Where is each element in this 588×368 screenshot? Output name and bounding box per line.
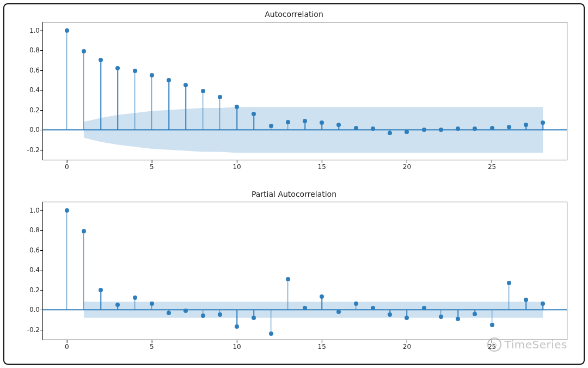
- stem-marker: [388, 312, 392, 317]
- pacf-title: Partial Autocorrelation: [15, 190, 573, 200]
- stem-marker: [218, 95, 222, 99]
- stem-marker: [303, 306, 307, 310]
- stem-marker: [524, 123, 528, 127]
- y-tick-label: 0.4: [18, 86, 40, 94]
- acf-stems: [43, 22, 567, 160]
- x-tick-label: 0: [65, 163, 69, 171]
- stem: [100, 60, 101, 130]
- stem-marker: [388, 131, 392, 135]
- x-tick-label: 5: [150, 163, 154, 171]
- stem: [203, 91, 204, 130]
- stem-marker: [490, 323, 494, 327]
- figure-area: Autocorrelation -0.20.00.20.40.60.81.005…: [15, 10, 573, 358]
- x-tick-label: 10: [232, 343, 241, 351]
- stem-marker: [167, 311, 171, 315]
- pacf-stems: [43, 202, 567, 340]
- stem-marker: [99, 288, 103, 292]
- x-tick-label: 15: [318, 343, 326, 351]
- acf-title: Autocorrelation: [15, 10, 573, 20]
- stem: [236, 107, 237, 130]
- y-tick-label: 0.2: [18, 106, 40, 114]
- stem-marker: [252, 112, 256, 116]
- y-tick-label: -0.2: [18, 146, 40, 154]
- stem-marker: [150, 301, 154, 306]
- stem-marker: [336, 123, 341, 127]
- y-tick-label: 0.2: [18, 286, 40, 294]
- stem-marker: [235, 324, 239, 329]
- watermark-text: TimeSeries: [505, 338, 567, 351]
- stem-marker: [65, 208, 69, 213]
- x-tick-label: 15: [318, 163, 326, 171]
- x-tick-label: 5: [150, 343, 154, 351]
- stem: [271, 310, 272, 334]
- stem-marker: [235, 105, 239, 109]
- stem-marker: [320, 294, 324, 299]
- stem-marker: [269, 331, 273, 336]
- stem-marker: [456, 126, 460, 131]
- stem-marker: [82, 229, 86, 233]
- y-tick-label: -0.2: [18, 326, 40, 334]
- stem: [151, 75, 152, 130]
- stem-marker: [218, 312, 222, 317]
- stem-marker: [405, 316, 409, 320]
- y-tick-label: 0.0: [18, 306, 40, 313]
- x-tick-label: 10: [232, 163, 241, 171]
- stem-marker: [507, 281, 511, 285]
- stem: [168, 80, 169, 130]
- x-tick-label: 20: [403, 343, 411, 351]
- stem-marker: [183, 83, 188, 87]
- acf-subplot: Autocorrelation -0.20.00.20.40.60.81.005…: [15, 10, 573, 173]
- stem: [134, 71, 136, 130]
- stem-marker: [456, 317, 460, 321]
- stem: [83, 51, 84, 130]
- stem: [66, 210, 68, 310]
- y-tick-label: 0.0: [18, 126, 40, 134]
- stem-marker: [473, 126, 477, 131]
- stem-marker: [473, 312, 477, 316]
- stem-marker: [150, 73, 154, 77]
- y-tick-label: 0.6: [18, 67, 40, 74]
- x-tick-label: 20: [403, 163, 411, 171]
- stem-marker: [183, 309, 188, 313]
- y-tick-label: 0.6: [18, 246, 40, 254]
- stem-marker: [286, 277, 290, 281]
- stem-marker: [507, 125, 511, 129]
- stem: [287, 279, 289, 310]
- stem-marker: [354, 301, 358, 306]
- y-tick-label: 1.0: [18, 207, 40, 214]
- stem-marker: [439, 128, 443, 132]
- stem-marker: [201, 313, 205, 318]
- stem: [66, 31, 68, 130]
- stem-marker: [167, 78, 171, 82]
- watermark: ◎ TimeSeries: [487, 337, 567, 352]
- stem-marker: [65, 28, 69, 33]
- stem-marker: [133, 69, 137, 73]
- stem-marker: [99, 58, 103, 62]
- stem-marker: [336, 310, 341, 314]
- stem-marker: [541, 120, 545, 125]
- stem-marker: [371, 126, 375, 131]
- stem-marker: [82, 49, 86, 53]
- stem-marker: [303, 119, 307, 123]
- stem: [100, 290, 101, 310]
- stem-marker: [524, 298, 528, 302]
- stem-marker: [490, 126, 494, 130]
- stem-marker: [439, 315, 443, 319]
- y-tick-label: 1.0: [18, 27, 40, 34]
- y-tick-label: 0.8: [18, 226, 40, 234]
- stem-marker: [371, 306, 375, 310]
- stem: [254, 114, 255, 130]
- pacf-axes: -0.20.00.20.40.60.81.00510152025: [42, 202, 567, 340]
- figure-frame: Autocorrelation -0.20.00.20.40.60.81.005…: [3, 3, 585, 365]
- stem-marker: [422, 128, 426, 132]
- stem-marker: [201, 89, 205, 93]
- stem-marker: [115, 66, 120, 70]
- x-tick-label: 25: [488, 163, 496, 171]
- watermark-icon: ◎: [487, 337, 501, 352]
- stem-marker: [269, 124, 273, 128]
- stem-marker: [354, 126, 358, 130]
- stem: [509, 283, 510, 310]
- x-tick-label: 0: [65, 343, 69, 351]
- stem-marker: [422, 306, 426, 310]
- stem-marker: [541, 301, 545, 306]
